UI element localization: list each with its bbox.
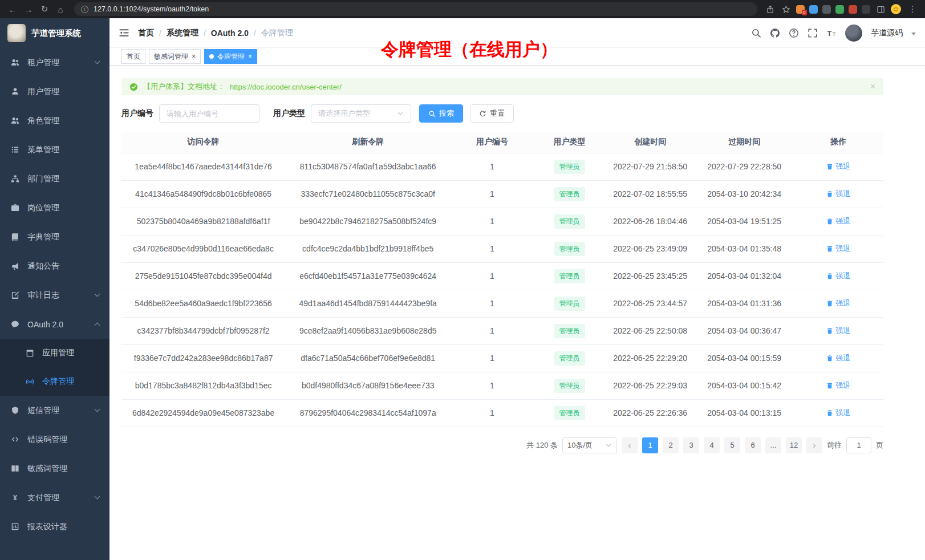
sidebar-item-label: OAuth 2.0 [27, 320, 87, 329]
extension-blue-icon[interactable] [809, 5, 818, 14]
next-page-button[interactable]: › [806, 437, 822, 453]
page-button-4[interactable]: 4 [704, 437, 720, 453]
username[interactable]: 芋道源码 [871, 28, 903, 38]
refresh-token-cell: b0df4980ffd34c67a08f9156e4eee733 [285, 372, 451, 399]
extension-red-icon[interactable] [849, 5, 857, 14]
page-button-12[interactable]: 12 [786, 437, 802, 453]
sidebar-collapse-icon[interactable] [119, 27, 129, 38]
prev-page-button[interactable]: ‹ [622, 437, 638, 453]
user-type-tag: 管理员 [554, 351, 585, 366]
user-id-input[interactable] [159, 104, 259, 123]
search-icon[interactable] [751, 28, 761, 38]
browser-profile-avatar[interactable] [891, 4, 901, 14]
chevron-down-icon[interactable] [911, 33, 916, 35]
url-bar[interactable]: 127.0.0.1:1024/system/oauth2/token [74, 2, 757, 16]
sidebar-item-post[interactable]: 岗位管理 [0, 193, 109, 222]
github-icon[interactable] [770, 28, 780, 38]
sidebar-item-error-code[interactable]: 错误码管理 [0, 425, 109, 454]
tab-close-icon[interactable]: × [248, 53, 252, 60]
force-logout-button[interactable]: 强退 [826, 408, 850, 418]
goto-page-input[interactable] [846, 437, 871, 453]
breadcrumb-item[interactable]: 首页 [138, 28, 154, 38]
force-logout-button[interactable]: 强退 [826, 298, 850, 309]
sidebar-item-menu[interactable]: 菜单管理 [0, 135, 109, 164]
page-button-5[interactable]: 5 [724, 437, 740, 453]
sidebar-item-user[interactable]: 用户管理 [0, 77, 109, 106]
sidebar-item-oauth2-token[interactable]: 令牌管理 [0, 367, 109, 396]
force-logout-button[interactable]: 强退 [826, 353, 850, 363]
notice-icon [11, 262, 19, 270]
extension-dark-icon[interactable] [822, 5, 831, 14]
sidebar-item-oauth2[interactable]: OAuth 2.0 [0, 310, 109, 339]
sidebar-item-oauth2-application[interactable]: 应用管理 [0, 339, 109, 367]
help-icon[interactable] [789, 28, 799, 38]
page-size-select[interactable]: 10条/页 [562, 437, 617, 453]
sidebar-item-sms[interactable]: 短信管理 [0, 396, 109, 425]
site-info-icon[interactable] [81, 6, 88, 13]
created-time-cell: 2022-06-25 22:26:36 [605, 399, 695, 427]
user-avatar[interactable] [845, 25, 862, 42]
user-id-cell: 1 [451, 372, 534, 399]
extension-orange-icon[interactable]: 0 [796, 5, 805, 14]
expire-time-cell: 2054-03-04 01:31:36 [695, 290, 793, 317]
force-logout-button[interactable]: 强退 [826, 189, 850, 199]
sidebar-item-role[interactable]: 角色管理 [0, 106, 109, 135]
sidebar-item-pay[interactable]: ¥支付管理 [0, 483, 109, 512]
force-logout-button[interactable]: 强退 [826, 244, 850, 254]
refresh-token-cell: 9ce8ef2aa9f14056b831ae9b608e28d5 [285, 317, 451, 344]
page-button-1[interactable]: 1 [642, 437, 658, 453]
tab-home[interactable]: 首页 [121, 49, 145, 64]
browser-refresh-button[interactable]: ↻ [38, 2, 51, 16]
refresh-token-cell: be90422b8c7946218275a508bf524fc9 [285, 208, 451, 235]
force-logout-button[interactable]: 强退 [826, 271, 850, 281]
refresh-token-cell: 333ecfc71e02480cb11055c875c3ca0f [285, 180, 451, 208]
tab-token[interactable]: 令牌管理× [204, 49, 257, 64]
expire-time-cell: 2022-07-29 22:28:50 [695, 153, 793, 180]
app-logo[interactable]: 芋道管理系统 [0, 18, 109, 48]
breadcrumb-item[interactable]: OAuth 2.0 [211, 29, 249, 38]
tab-sensitive-word[interactable]: 敏感词管理× [149, 49, 201, 64]
page-button-2[interactable]: 2 [663, 437, 679, 453]
page-button-3[interactable]: 3 [683, 437, 699, 453]
side-panel-icon[interactable] [875, 3, 886, 15]
refresh-icon [479, 110, 486, 117]
breadcrumb-item[interactable]: 系统管理 [167, 28, 198, 38]
browser-menu-icon[interactable]: ⋮ [906, 2, 919, 16]
search-button[interactable]: 搜索 [419, 104, 463, 123]
user-type-cell: 管理员 [534, 372, 606, 399]
browser-home-button[interactable]: ⌂ [54, 2, 67, 16]
force-logout-button[interactable]: 强退 [826, 216, 850, 226]
sidebar-item-notice[interactable]: 通知公告 [0, 251, 109, 281]
sidebar-item-audit-log[interactable]: 审计日志 [0, 281, 109, 310]
reset-button[interactable]: 重置 [470, 104, 514, 123]
force-logout-button[interactable]: 强退 [826, 380, 850, 391]
sidebar-item-report-designer[interactable]: 报表设计器 [0, 512, 109, 541]
page-button-6[interactable]: 6 [745, 437, 761, 453]
expire-time-cell: 2054-03-04 01:32:04 [695, 262, 793, 290]
force-logout-button[interactable]: 强退 [826, 161, 850, 172]
bookmark-star-icon[interactable] [780, 3, 792, 15]
fullscreen-icon[interactable] [808, 28, 818, 38]
share-icon[interactable] [764, 3, 776, 15]
user-type-select[interactable]: 请选择用户类型 [311, 104, 411, 123]
browser-forward-button[interactable]: → [22, 2, 35, 16]
browser-back-button[interactable]: ← [6, 2, 19, 16]
extension-green-icon[interactable] [835, 5, 844, 14]
extension-black-icon[interactable] [862, 5, 870, 14]
font-size-icon[interactable]: TT [826, 28, 837, 38]
trash-icon [826, 163, 833, 170]
force-logout-button[interactable]: 强退 [826, 326, 850, 336]
refresh-token-cell: cdfc4ce9c2da4bb1bdf21b9918ff4be5 [285, 235, 451, 262]
tab-close-icon[interactable]: × [192, 53, 196, 60]
sidebar-item-dict[interactable]: 字典管理 [0, 222, 109, 251]
trash-icon [826, 355, 833, 362]
page-ellipsis[interactable]: ... [765, 437, 781, 453]
sidebar-item-dept[interactable]: 部门管理 [0, 164, 109, 193]
doc-link[interactable]: https://doc.iocoder.cn/user-center/ [230, 83, 342, 91]
sidebar-menu: 租户管理用户管理角色管理菜单管理部门管理岗位管理字典管理通知公告审计日志OAut… [0, 48, 109, 541]
sidebar-item-sensitive-word[interactable]: 敏感词管理 [0, 454, 109, 483]
svg-text:T: T [833, 31, 836, 37]
sidebar-item-tenant[interactable]: 租户管理 [0, 48, 109, 77]
alert-close-icon[interactable]: × [870, 82, 875, 92]
breadcrumb-separator: / [254, 29, 256, 38]
